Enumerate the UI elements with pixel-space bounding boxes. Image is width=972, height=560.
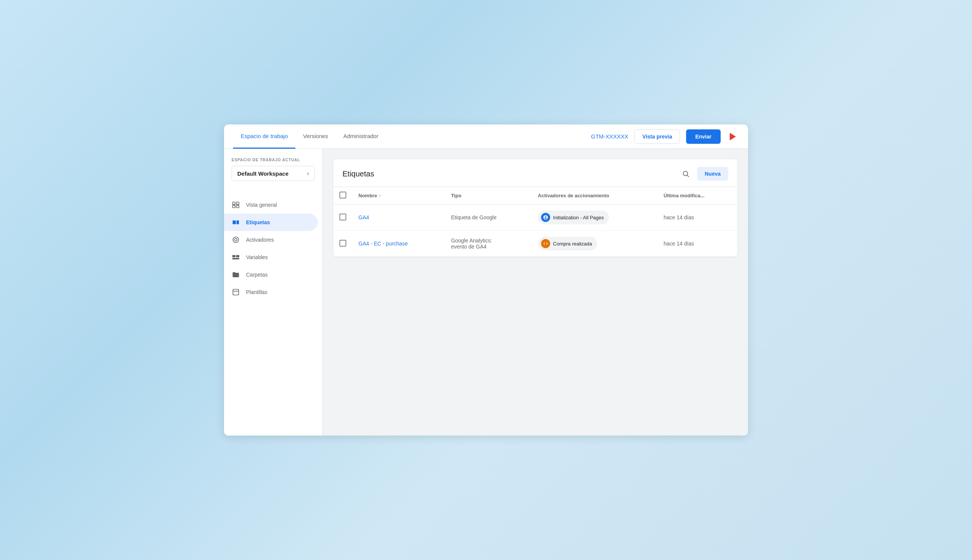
new-tag-button[interactable]: Nueva (697, 167, 728, 181)
preview-button[interactable]: Vista previa (635, 129, 680, 144)
row1-checkbox[interactable] (339, 213, 346, 220)
sidebar-item-templates[interactable]: Plantillas (224, 283, 318, 301)
col-checkbox (333, 187, 352, 205)
tags-table: Nombre ↑ Tipo Activadores de accionamien… (333, 187, 737, 257)
folders-icon (232, 270, 240, 279)
chevron-right-icon: › (307, 170, 309, 177)
table-row: GA4 Etiqueta de Google (333, 205, 737, 231)
row1-tag-link[interactable]: GA4 (358, 214, 369, 220)
sidebar-item-overview[interactable]: Vista general (224, 196, 318, 213)
svg-rect-2 (233, 205, 235, 208)
workspace-label: ESPACIO DE TRABAJO ACTUAL (232, 158, 315, 162)
row2-trigger-label: Compra realizada (553, 241, 592, 247)
row2-modified-cell: hace 14 días (658, 231, 737, 257)
row2-modified: hace 14 días (664, 240, 694, 247)
card-title: Etiquetas (342, 170, 374, 178)
body-area: ESPACIO DE TRABAJO ACTUAL Default Worksp… (224, 149, 748, 435)
svg-point-12 (683, 171, 688, 176)
gtm-id[interactable]: GTM-XXXXXX (591, 133, 628, 140)
nav-tabs: Espacio de trabajo Versiones Administrad… (233, 125, 591, 149)
col-type: Tipo (445, 187, 532, 205)
col-modified: Última modifica... (658, 187, 737, 205)
sidebar-nav: Vista general Etiquetas (224, 190, 322, 307)
search-button[interactable] (679, 167, 693, 181)
header-checkbox[interactable] (339, 192, 346, 198)
svg-rect-4 (233, 220, 236, 224)
svg-rect-9 (236, 255, 239, 257)
row2-checkbox[interactable] (339, 240, 346, 247)
row1-checkbox-cell (333, 205, 352, 231)
submit-button[interactable]: Enviar (686, 129, 721, 144)
sidebar-item-folders-label: Carpetas (246, 272, 268, 278)
row2-tag-link[interactable]: GA4 - EC - purchase (358, 240, 408, 247)
svg-rect-11 (233, 290, 239, 295)
col-triggers: Activadores de accionamiento (532, 187, 658, 205)
svg-point-7 (235, 238, 237, 241)
workspace-selector[interactable]: Default Workspace › (232, 166, 315, 181)
row2-type-line2: evento de GA4 (451, 243, 486, 250)
col-name[interactable]: Nombre ↑ (352, 187, 445, 205)
tab-admin[interactable]: Administrador (336, 125, 386, 149)
table-header-row: Nombre ↑ Tipo Activadores de accionamien… (333, 187, 737, 205)
row1-modified-cell: hace 14 días (658, 205, 737, 231)
sidebar-item-variables-label: Variables (246, 254, 268, 260)
svg-rect-5 (237, 220, 239, 224)
table-row: GA4 - EC - purchase Google Analytics: ev… (333, 231, 737, 257)
svg-point-6 (233, 237, 239, 243)
tab-versions[interactable]: Versiones (296, 125, 336, 149)
arrow-indicator (727, 130, 739, 143)
row1-trigger-label: Initialization - All Pages (553, 215, 604, 220)
card-header: Etiquetas Nueva (333, 159, 737, 187)
row1-trigger-badge[interactable]: Initialization - All Pages (538, 210, 610, 224)
top-nav: Espacio de trabajo Versiones Administrad… (224, 125, 748, 149)
row2-trigger-icon (541, 239, 550, 248)
row1-triggers-cell: Initialization - All Pages (532, 205, 658, 231)
sidebar-item-triggers-label: Activadores (246, 237, 274, 243)
row2-checkbox-cell (333, 231, 352, 257)
workspace-name: Default Workspace (237, 170, 289, 177)
main-content: Etiquetas Nueva (323, 149, 748, 435)
sidebar-item-variables[interactable]: Variables (224, 248, 318, 266)
svg-rect-1 (237, 202, 239, 205)
workspace-section: ESPACIO DE TRABAJO ACTUAL Default Worksp… (224, 158, 322, 190)
row2-triggers-cell: Compra realizada (532, 231, 658, 257)
row1-type: Etiqueta de Google (451, 214, 497, 220)
sidebar-item-tags[interactable]: Etiquetas (224, 213, 318, 231)
arrow-right-icon (730, 133, 736, 140)
row2-type-cell: Google Analytics: evento de GA4 (445, 231, 532, 257)
svg-rect-10 (232, 258, 239, 260)
row2-trigger-badge[interactable]: Compra realizada (538, 237, 598, 250)
triggers-icon (232, 236, 240, 244)
sidebar-item-templates-label: Plantillas (246, 289, 267, 295)
row1-type-cell: Etiqueta de Google (445, 205, 532, 231)
row1-trigger-icon (541, 213, 550, 222)
svg-rect-8 (232, 255, 235, 257)
row2-type-line1: Google Analytics: (451, 238, 492, 243)
content-card: Etiquetas Nueva (333, 159, 737, 257)
svg-rect-3 (237, 205, 239, 208)
row1-modified: hace 14 días (664, 214, 694, 220)
app-container: Espacio de trabajo Versiones Administrad… (224, 125, 748, 435)
sidebar-item-triggers[interactable]: Activadores (224, 231, 318, 248)
svg-rect-0 (233, 202, 235, 205)
sidebar-item-overview-label: Vista general (246, 202, 277, 208)
templates-icon (232, 288, 240, 296)
tags-icon (232, 218, 240, 227)
tab-workspace[interactable]: Espacio de trabajo (233, 125, 296, 149)
card-actions: Nueva (679, 167, 728, 181)
sidebar: ESPACIO DE TRABAJO ACTUAL Default Worksp… (224, 149, 323, 435)
variables-icon (232, 253, 240, 262)
row2-name-cell: GA4 - EC - purchase (352, 231, 445, 257)
sidebar-item-tags-label: Etiquetas (246, 219, 270, 225)
nav-right: GTM-XXXXXX Vista previa Enviar (591, 129, 739, 144)
svg-line-13 (687, 175, 689, 177)
row1-name-cell: GA4 (352, 205, 445, 231)
overview-icon (232, 201, 240, 209)
sidebar-item-folders[interactable]: Carpetas (224, 266, 318, 283)
sort-asc-icon: ↑ (379, 193, 381, 198)
